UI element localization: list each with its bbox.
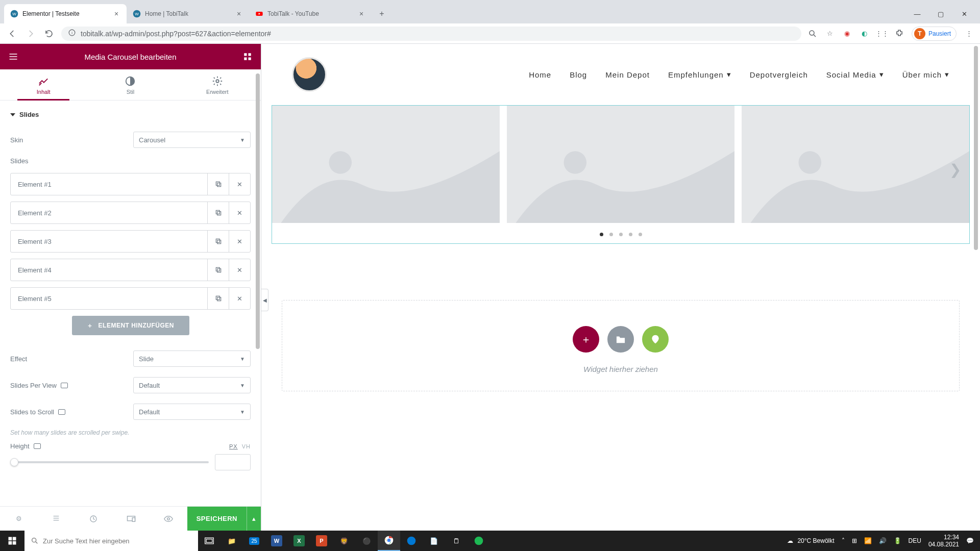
- maximize-button[interactable]: ▢: [929, 6, 952, 22]
- add-section-button[interactable]: ＋: [573, 326, 599, 353]
- unit-px[interactable]: PX: [229, 443, 238, 449]
- menu-icon[interactable]: ⋮: [964, 29, 974, 39]
- responsive-mode-button[interactable]: [112, 515, 150, 522]
- slide-item[interactable]: Element #4 ✕: [10, 259, 251, 281]
- remove-button[interactable]: ✕: [229, 231, 250, 252]
- volume-icon[interactable]: 🔊: [879, 537, 887, 544]
- slides-to-scroll-select[interactable]: Default ▼: [133, 404, 251, 420]
- responsive-icon[interactable]: [58, 409, 65, 415]
- minimize-button[interactable]: —: [905, 6, 929, 22]
- close-window-button[interactable]: ✕: [952, 6, 976, 22]
- save-options-button[interactable]: ▴: [247, 507, 261, 531]
- search-icon[interactable]: [807, 29, 818, 39]
- extension-icon[interactable]: ⋮⋮: [877, 29, 887, 39]
- widgets-button[interactable]: [241, 51, 254, 63]
- carousel-slide[interactable]: [507, 106, 734, 223]
- close-icon[interactable]: ×: [235, 10, 243, 18]
- taskbar-app[interactable]: [400, 531, 423, 551]
- settings-button[interactable]: ⚙: [0, 515, 37, 522]
- taskbar-app[interactable]: ⚫: [355, 531, 378, 551]
- close-icon[interactable]: ×: [112, 10, 120, 18]
- browser-tab[interactable]: W Home | TobiTalk ×: [127, 4, 249, 23]
- duplicate-button[interactable]: [207, 288, 229, 309]
- carousel-dot[interactable]: [609, 233, 613, 236]
- tray-icon[interactable]: ⊞: [852, 537, 857, 544]
- scrollbar[interactable]: [973, 44, 979, 531]
- remove-button[interactable]: ✕: [229, 288, 250, 309]
- preview-button[interactable]: [150, 515, 187, 522]
- taskbar-app-chrome[interactable]: [378, 531, 400, 551]
- taskbar-app[interactable]: 📄: [423, 531, 445, 551]
- taskbar-app[interactable]: X: [288, 531, 310, 551]
- remove-button[interactable]: ✕: [229, 202, 250, 223]
- template-library-button[interactable]: [642, 326, 669, 353]
- nav-item-social[interactable]: Social Media▾: [826, 70, 884, 79]
- back-button[interactable]: [6, 28, 18, 40]
- nav-item-depot[interactable]: Mein Depot: [605, 70, 650, 79]
- collapse-panel-button[interactable]: ◀: [261, 289, 268, 311]
- taskbar-app[interactable]: 🗒: [445, 531, 468, 551]
- remove-button[interactable]: ✕: [229, 259, 250, 281]
- carousel-slide[interactable]: [272, 106, 500, 223]
- extension-icon[interactable]: ◉: [842, 29, 852, 39]
- taskbar-app[interactable]: P: [310, 531, 333, 551]
- height-slider[interactable]: [10, 461, 209, 463]
- duplicate-button[interactable]: [207, 173, 229, 195]
- language-indicator[interactable]: DEU: [909, 537, 921, 544]
- nav-item-depotvergleich[interactable]: Depotvergleich: [750, 70, 808, 79]
- taskbar-app[interactable]: 🦁: [333, 531, 355, 551]
- carousel-slide[interactable]: [742, 106, 969, 223]
- site-info-icon[interactable]: i: [68, 29, 76, 38]
- taskbar-app[interactable]: 25: [243, 531, 265, 551]
- section-slides-header[interactable]: Slides: [10, 101, 251, 127]
- taskbar-app[interactable]: 📁: [220, 531, 243, 551]
- carousel-dot[interactable]: [600, 233, 603, 236]
- carousel-dot[interactable]: [639, 233, 642, 236]
- nav-item-empfehlungen[interactable]: Empfehlungen▾: [668, 70, 731, 79]
- tab-style[interactable]: Stil: [87, 69, 174, 100]
- unit-vh[interactable]: VH: [242, 443, 251, 449]
- carousel-next-button[interactable]: ❯: [945, 157, 965, 182]
- duplicate-button[interactable]: [207, 259, 229, 281]
- navigator-button[interactable]: [37, 515, 75, 523]
- carousel-dot[interactable]: [619, 233, 623, 236]
- new-tab-button[interactable]: +: [375, 7, 389, 21]
- scrollbar[interactable]: [255, 69, 261, 506]
- slider-thumb[interactable]: [10, 458, 18, 466]
- browser-tab[interactable]: W Elementor | Testseite ×: [4, 4, 127, 23]
- browser-tab[interactable]: TobiTalk - YouTube ×: [249, 4, 372, 23]
- effect-select[interactable]: Slide ▼: [133, 350, 251, 367]
- nav-item-about[interactable]: Über mich▾: [902, 70, 949, 79]
- history-button[interactable]: [75, 515, 112, 523]
- address-bar[interactable]: i tobitalk.at/wp-admin/post.php?post=627…: [61, 27, 801, 41]
- duplicate-button[interactable]: [207, 231, 229, 252]
- height-input[interactable]: [215, 454, 251, 470]
- add-element-button[interactable]: ＋ ELEMENT HINZUFÜGEN: [72, 316, 189, 335]
- extensions-icon[interactable]: [894, 29, 904, 39]
- slide-item[interactable]: Element #3 ✕: [10, 230, 251, 253]
- bookmark-icon[interactable]: ☆: [825, 29, 835, 39]
- start-button[interactable]: [0, 531, 24, 551]
- menu-button[interactable]: [7, 51, 19, 63]
- wifi-icon[interactable]: 📶: [864, 537, 872, 544]
- slides-per-view-select[interactable]: Default ▼: [133, 377, 251, 393]
- extension-icon[interactable]: ◐: [860, 29, 870, 39]
- taskbar-search[interactable]: Zur Suche Text hier eingeben: [24, 531, 198, 551]
- nav-item-blog[interactable]: Blog: [570, 70, 587, 79]
- responsive-icon[interactable]: [34, 443, 41, 449]
- notifications-button[interactable]: 💬: [966, 537, 974, 544]
- slide-item[interactable]: Element #5 ✕: [10, 287, 251, 310]
- save-button[interactable]: SPEICHERN: [187, 507, 247, 531]
- task-view-button[interactable]: [198, 531, 220, 551]
- duplicate-button[interactable]: [207, 202, 229, 223]
- weather-widget[interactable]: ☁ 20°C Bewölkt: [787, 537, 834, 544]
- media-carousel-widget[interactable]: ❮ ❯: [272, 105, 970, 244]
- slide-item[interactable]: Element #1 ✕: [10, 173, 251, 195]
- remove-button[interactable]: ✕: [229, 173, 250, 195]
- reload-button[interactable]: [43, 28, 55, 40]
- taskbar-app[interactable]: W: [265, 531, 288, 551]
- taskbar-app[interactable]: [468, 531, 490, 551]
- forward-button[interactable]: [24, 28, 37, 40]
- responsive-icon[interactable]: [61, 383, 68, 388]
- tab-content[interactable]: Inhalt: [0, 69, 87, 100]
